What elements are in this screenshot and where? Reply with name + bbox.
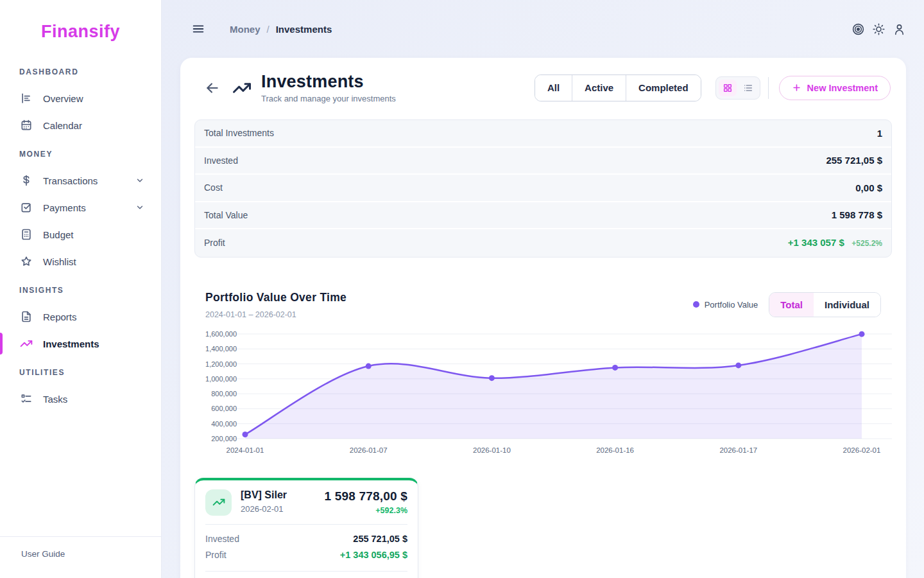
sidebar-item-wishlist[interactable]: Wishlist <box>0 248 161 275</box>
investment-value: 1 598 778,00 $ <box>324 489 407 504</box>
investment-card[interactable]: [BV] Siler 2026-02-01 1 598 778,00 $ +59… <box>194 478 418 578</box>
svg-text:2026-01-17: 2026-01-17 <box>719 446 757 454</box>
stat-row-invested: Invested 255 721,05 $ <box>195 148 891 175</box>
svg-text:1,200,000: 1,200,000 <box>205 360 237 367</box>
area-chart-svg: 200,000400,000600,000800,0001,000,0001,2… <box>194 325 892 458</box>
target-icon[interactable] <box>851 22 865 36</box>
stat-row-total-value: Total Value 1 598 778 $ <box>195 202 891 230</box>
header-controls: All Active Completed New Investment <box>535 74 891 101</box>
bar-chart-icon <box>20 92 33 105</box>
svg-text:200,000: 200,000 <box>211 435 237 442</box>
sidebar-item-label: Transactions <box>43 175 125 186</box>
filter-active-button[interactable]: Active <box>572 75 626 101</box>
svg-text:1,600,000: 1,600,000 <box>205 330 237 338</box>
active-indicator <box>0 333 3 355</box>
investments-panel: Investments Track and manage your invest… <box>180 58 906 578</box>
document-icon <box>20 310 33 323</box>
chart-legend: Portfolio Value <box>693 300 758 310</box>
svg-text:400,000: 400,000 <box>211 419 237 427</box>
page-subtitle: Track and manage your investments <box>261 94 396 103</box>
nav-section-dashboard: Dashboard <box>0 67 161 76</box>
theme-toggle-sun-icon[interactable] <box>872 22 886 36</box>
sidebar-item-label: Tasks <box>43 394 144 405</box>
stat-row-cost: Cost 0,00 $ <box>195 175 891 202</box>
investment-cards: [BV] Siler 2026-02-01 1 598 778,00 $ +59… <box>194 478 892 578</box>
investment-trend-icon <box>205 489 232 516</box>
sidebar-item-transactions[interactable]: Transactions <box>0 167 161 194</box>
stat-row-total-investments: Total Investments 1 <box>195 120 891 148</box>
back-arrow-icon[interactable] <box>204 80 221 96</box>
filter-all-button[interactable]: All <box>535 75 572 101</box>
legend-dot <box>693 301 699 308</box>
trending-up-icon <box>232 78 252 98</box>
chart-header: Portfolio Value Over Time 2024-01-01 – 2… <box>194 291 892 319</box>
calendar-icon <box>20 119 33 132</box>
svg-text:1,000,000: 1,000,000 <box>205 374 237 382</box>
divider <box>768 77 769 99</box>
investment-change: +592.3% <box>324 506 407 515</box>
sidebar-item-label: Payments <box>43 202 125 213</box>
svg-text:2026-01-16: 2026-01-16 <box>596 446 634 454</box>
chart-date-range: 2024-01-01 – 2026-02-01 <box>205 310 346 319</box>
topbar: Money / Investments <box>162 0 924 58</box>
profit-percent: +525.2% <box>851 239 882 248</box>
sidebar-item-label: Wishlist <box>43 256 144 267</box>
sidebar-item-label: Overview <box>43 93 144 104</box>
chevron-down-icon <box>135 176 144 185</box>
trending-up-icon <box>20 337 33 350</box>
stat-row-profit: Profit +1 343 057 $ +525.2% <box>195 229 891 257</box>
investment-date: 2026-02-01 <box>241 504 287 514</box>
toggle-total-button[interactable]: Total <box>769 293 814 317</box>
divider <box>205 571 407 572</box>
legend-label: Portfolio Value <box>705 300 758 310</box>
profit-value: +1 343 057 $ <box>788 237 844 248</box>
dollar-icon <box>20 174 33 187</box>
breadcrumb-money[interactable]: Money <box>230 24 261 35</box>
profit-row: Profit +1 343 056,95 $ <box>205 550 407 566</box>
chart-title: Portfolio Value Over Time <box>205 291 346 304</box>
sidebar-footer: User Guide <box>0 536 161 578</box>
sidebar-item-label: Reports <box>43 311 144 322</box>
filter-completed-button[interactable]: Completed <box>626 75 701 101</box>
sidebar-item-overview[interactable]: Overview <box>0 85 161 112</box>
sidebar-item-payments[interactable]: Payments <box>0 194 161 221</box>
main-area: Money / Investments Inves <box>162 0 924 578</box>
user-guide-link[interactable]: User Guide <box>21 549 65 559</box>
sidebar-item-reports[interactable]: Reports <box>0 303 161 330</box>
nav-section-utilities: Utilities <box>0 368 161 377</box>
sidebar: Finansify Dashboard Overview Calendar Mo… <box>0 0 162 578</box>
toggle-individual-button[interactable]: Individual <box>814 293 880 317</box>
check-square-icon <box>20 201 33 214</box>
plus-icon <box>792 83 801 92</box>
calculator-icon <box>20 228 33 241</box>
svg-text:2024-01-01: 2024-01-01 <box>227 446 264 454</box>
svg-text:1,400,000: 1,400,000 <box>205 345 237 353</box>
page-header: Investments Track and manage your invest… <box>194 72 892 103</box>
sidebar-nav: Dashboard Overview Calendar Money Transa… <box>0 67 161 536</box>
nav-section-insights: Insights <box>0 286 161 295</box>
sidebar-item-investments[interactable]: Investments <box>0 330 161 357</box>
portfolio-chart: 200,000400,000600,000800,0001,000,0001,2… <box>194 325 892 458</box>
breadcrumb-investments: Investments <box>276 24 332 35</box>
hamburger-menu-icon[interactable] <box>191 22 205 36</box>
breadcrumb: Money / Investments <box>230 24 332 35</box>
sidebar-item-budget[interactable]: Budget <box>0 221 161 248</box>
chevron-down-icon <box>135 203 144 212</box>
list-view-icon[interactable] <box>739 80 757 96</box>
sidebar-item-calendar[interactable]: Calendar <box>0 112 161 139</box>
page-title: Investments <box>261 72 396 92</box>
stats-table: Total Investments 1 Invested 255 721,05 … <box>194 119 892 258</box>
svg-text:2026-02-01: 2026-02-01 <box>843 446 881 454</box>
status-filter-group: All Active Completed <box>535 74 701 101</box>
sidebar-item-label: Investments <box>43 338 144 349</box>
topbar-actions <box>851 22 906 36</box>
app-logo[interactable]: Finansify <box>0 22 161 42</box>
new-investment-button[interactable]: New Investment <box>779 76 891 100</box>
sidebar-item-tasks[interactable]: Tasks <box>0 385 161 412</box>
grid-view-icon[interactable] <box>719 80 737 96</box>
chart-mode-toggle: Total Individual <box>769 292 881 317</box>
svg-text:800,000: 800,000 <box>211 390 237 398</box>
user-profile-icon[interactable] <box>893 22 906 36</box>
star-icon <box>20 255 33 268</box>
view-toggle <box>715 76 760 100</box>
